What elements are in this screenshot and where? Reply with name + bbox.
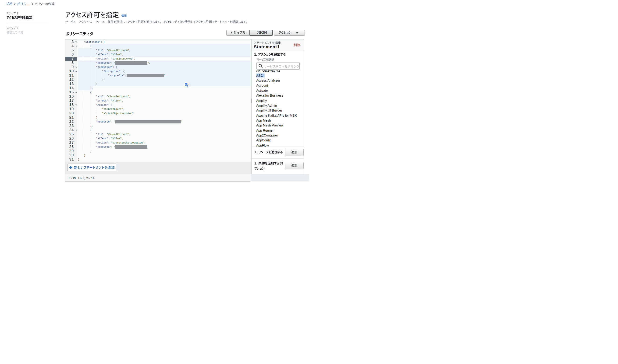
svg-text:G: G — [185, 83, 187, 86]
